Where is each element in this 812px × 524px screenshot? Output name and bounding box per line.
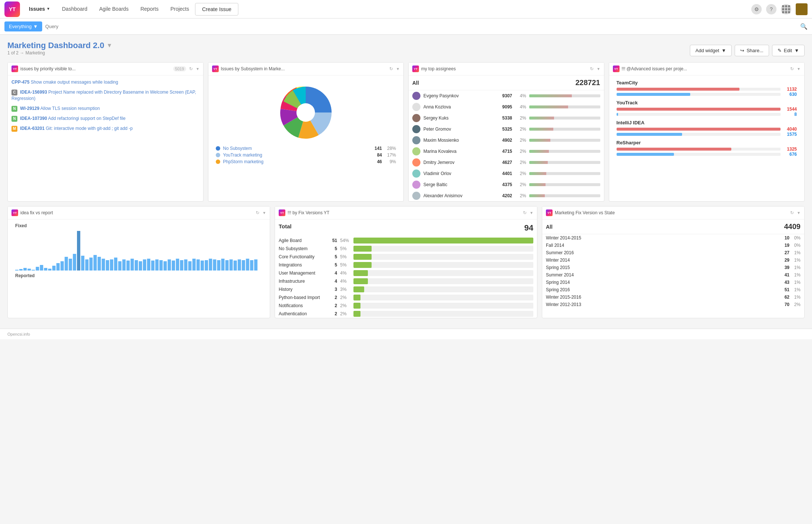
edit-icon: ✎ (778, 48, 782, 53)
widget-refresh-button[interactable]: ↻ (188, 66, 194, 72)
widget-menu-button[interactable]: ▾ (797, 66, 801, 72)
svg-rect-38 (168, 259, 171, 271)
search-bar: Everything ▼ 🔍 (0, 19, 812, 35)
list-item: M IDEA-63201 Git: interactive mode with … (11, 125, 199, 132)
widget-menu-button[interactable]: ▾ (262, 209, 266, 216)
svg-rect-39 (172, 261, 175, 271)
project-item-youtrack: YouTrack 1544 8 (613, 100, 801, 117)
svg-rect-24 (110, 259, 113, 271)
widget-grid-bottom: YT idea fix vs report ↻ ▾ Fixed (7, 206, 805, 318)
nav-item-agile-boards[interactable]: Agile Boards (93, 0, 134, 19)
edit-button[interactable]: ✎ Edit ▼ (772, 45, 805, 56)
nav-item-issues[interactable]: Issues ▼ (23, 0, 56, 19)
widget-menu-button[interactable]: ▾ (597, 66, 600, 72)
assignee-bar (529, 94, 600, 97)
bar-track (617, 108, 781, 111)
svg-rect-43 (188, 261, 192, 271)
svg-rect-11 (56, 263, 60, 271)
apps-icon[interactable] (781, 4, 791, 14)
fix-state-row: Winter 2015-2016 62 1% (542, 293, 804, 301)
widget-refresh-button[interactable]: ↻ (589, 66, 594, 72)
widget-logo: YT (212, 66, 219, 72)
search-input[interactable] (45, 24, 797, 29)
widget-refresh-button[interactable]: ↻ (789, 209, 795, 216)
svg-rect-15 (73, 254, 76, 271)
widget-marketing-fix-state-header: YT Marketing Fix Version vs State ↻ ▾ (542, 206, 804, 219)
svg-rect-59 (254, 259, 258, 271)
nav-links: Issues ▼ Dashboard Agile Boards Reports … (23, 0, 748, 19)
everything-dropdown-arrow: ▼ (33, 24, 38, 29)
svg-rect-22 (102, 259, 105, 271)
footer: Opencsi.info (0, 329, 812, 339)
widget-menu-button[interactable]: ▾ (797, 209, 801, 216)
add-widget-button[interactable]: Add widget ▼ (690, 45, 732, 56)
svg-rect-14 (69, 259, 72, 271)
assignee-avatar (412, 103, 420, 111)
bar-track (617, 148, 781, 151)
project-nums: 1544 (782, 107, 797, 112)
widget-menu-button[interactable]: ▾ (396, 66, 400, 72)
issue-link[interactable]: IDEA-107390 Add refactoringi support on … (20, 116, 125, 121)
widget-menu-button[interactable]: ▾ (530, 209, 533, 216)
nav-item-reports[interactable]: Reports (134, 0, 164, 19)
widget-refresh-button[interactable]: ↻ (389, 66, 394, 72)
nav-item-projects[interactable]: Projects (164, 0, 195, 19)
user-avatar[interactable] (796, 3, 808, 15)
svg-rect-8 (44, 268, 47, 271)
svg-rect-57 (246, 259, 249, 271)
widget-refresh-button[interactable]: ↻ (789, 66, 795, 72)
svg-rect-17 (81, 256, 84, 271)
legend-item: YouTrack marketing 84 17% (216, 152, 396, 158)
svg-rect-20 (94, 255, 97, 271)
svg-rect-33 (147, 259, 150, 271)
assignee-avatar (412, 125, 420, 133)
bar-track (617, 113, 781, 116)
issue-link[interactable]: IDEA-156993 Project Name replaced with D… (11, 90, 196, 101)
help-icon[interactable]: ? (766, 4, 776, 14)
widget-marketing-fix-state-body: All 4409 Winter 2014-2015 10 0% Fall 201… (542, 219, 804, 308)
svg-rect-44 (192, 259, 196, 271)
svg-rect-7 (40, 265, 43, 271)
svg-rect-52 (225, 260, 229, 271)
widget-refresh-button[interactable]: ↻ (255, 209, 260, 216)
project-nums: 4040 (782, 127, 797, 132)
widget-refresh-button[interactable]: ↻ (522, 209, 527, 216)
fix-ver-row: Core Functionality 5 5% (275, 253, 537, 261)
fix-ver-bar (353, 246, 533, 252)
svg-rect-41 (180, 260, 183, 271)
fix-ver-bar (353, 254, 533, 260)
settings-icon[interactable]: ⚙ (751, 4, 762, 14)
assignee-bar (529, 117, 600, 120)
svg-rect-45 (197, 259, 200, 271)
assignee-item: Dmitry Jemerov 4627 2% (409, 157, 604, 168)
share-button[interactable]: ↪ Share... (735, 45, 769, 56)
top-navigation: YT Issues ▼ Dashboard Agile Boards Repor… (0, 0, 812, 19)
assignee-avatar (412, 92, 420, 100)
assignee-item: Vladimir Orlov 4401 2% (409, 168, 604, 179)
svg-rect-6 (36, 267, 39, 271)
fix-ver-row: Authentication 2 2% (275, 310, 537, 318)
widget-menu-button[interactable]: ▾ (196, 66, 199, 72)
fix-versions-summary: Total 94 (275, 219, 537, 236)
issue-link[interactable]: IDEA-63201 Git: interactive mode with gi… (20, 126, 132, 131)
edit-arrow: ▼ (794, 48, 799, 53)
breadcrumb: 1 of 2 → Marketing (7, 50, 112, 56)
svg-rect-31 (139, 261, 142, 271)
project-bar-row: 1325 (617, 147, 797, 152)
bar-track (617, 93, 781, 96)
create-issue-button[interactable]: Create Issue (195, 3, 238, 16)
assignee-item: Sergey Kuks 5338 2% (409, 112, 604, 124)
svg-rect-55 (238, 259, 241, 271)
list-item: C IDEA-156993 Project Name replaced with… (11, 89, 199, 102)
app-logo[interactable]: YT (4, 1, 20, 17)
nav-item-dashboard[interactable]: Dashboard (56, 0, 94, 19)
svg-rect-34 (151, 261, 154, 271)
title-dropdown-arrow[interactable]: ▼ (107, 42, 113, 49)
bar-track (617, 153, 781, 156)
issue-link[interactable]: CPP-475 Show cmake output messages while… (11, 80, 118, 85)
issue-link[interactable]: WI-29129 Allow TLS session resumption (20, 106, 100, 111)
fix-ver-row: Python-based Import 2 2% (275, 293, 537, 302)
widget-issues-by-priority: YT issues by priority visible to... 5019… (7, 62, 204, 202)
share-icon: ↪ (740, 48, 744, 53)
everything-filter-button[interactable]: Everything ▼ (4, 21, 42, 31)
